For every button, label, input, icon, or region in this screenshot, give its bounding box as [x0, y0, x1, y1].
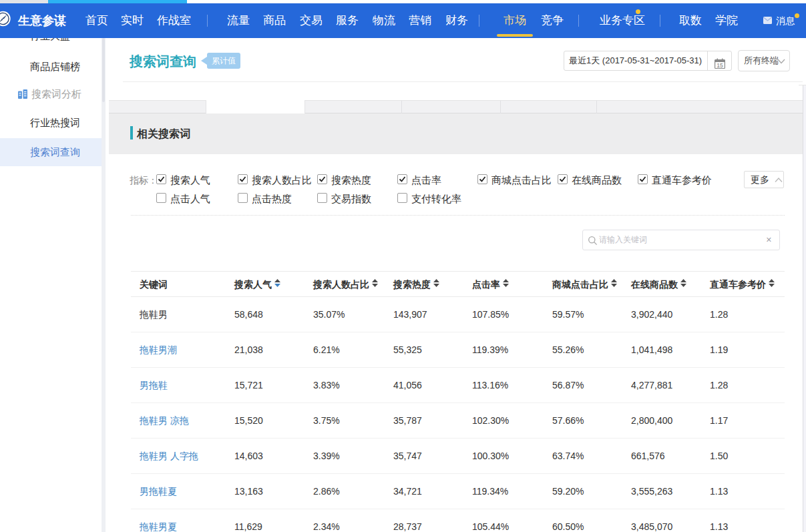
- svg-text:15: 15: [717, 62, 723, 69]
